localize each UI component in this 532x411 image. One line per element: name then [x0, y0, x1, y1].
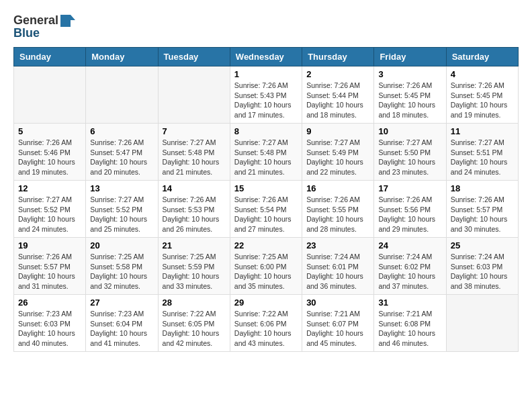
- day-cell-31: 31Sunrise: 7:21 AM Sunset: 6:08 PM Dayli…: [374, 295, 446, 352]
- day-info-14: Sunrise: 7:26 AM Sunset: 5:53 PM Dayligh…: [163, 195, 226, 234]
- empty-cell: [446, 295, 518, 352]
- day-number-29: 29: [234, 298, 298, 308]
- day-cell-6: 6Sunrise: 7:26 AM Sunset: 5:47 PM Daylig…: [86, 124, 158, 181]
- day-number-6: 6: [90, 126, 153, 136]
- day-number-30: 30: [306, 298, 369, 308]
- empty-cell: [14, 66, 86, 124]
- day-info-22: Sunrise: 7:25 AM Sunset: 6:00 PM Dayligh…: [234, 252, 298, 291]
- day-info-17: Sunrise: 7:26 AM Sunset: 5:56 PM Dayligh…: [378, 195, 441, 234]
- day-info-1: Sunrise: 7:26 AM Sunset: 5:43 PM Dayligh…: [234, 81, 298, 120]
- day-cell-27: 27Sunrise: 7:23 AM Sunset: 6:04 PM Dayli…: [86, 295, 158, 352]
- day-info-27: Sunrise: 7:23 AM Sunset: 6:04 PM Dayligh…: [90, 309, 153, 349]
- logo-blue-text: Blue: [13, 26, 40, 40]
- weekday-friday: Friday: [374, 48, 446, 66]
- day-number-25: 25: [451, 240, 514, 250]
- day-number-3: 3: [378, 69, 441, 79]
- page-header: General Blue: [13, 13, 519, 40]
- day-cell-19: 19Sunrise: 7:26 AM Sunset: 5:57 PM Dayli…: [14, 238, 86, 295]
- day-cell-13: 13Sunrise: 7:27 AM Sunset: 5:52 PM Dayli…: [86, 181, 158, 238]
- day-cell-4: 4Sunrise: 7:26 AM Sunset: 5:45 PM Daylig…: [446, 66, 518, 124]
- day-number-4: 4: [451, 69, 514, 79]
- day-cell-17: 17Sunrise: 7:26 AM Sunset: 5:56 PM Dayli…: [374, 181, 446, 238]
- day-cell-18: 18Sunrise: 7:26 AM Sunset: 5:57 PM Dayli…: [446, 181, 518, 238]
- empty-cell: [158, 66, 230, 124]
- day-number-21: 21: [163, 240, 226, 250]
- day-number-2: 2: [306, 69, 369, 79]
- logo: General Blue: [13, 13, 75, 40]
- day-info-12: Sunrise: 7:27 AM Sunset: 5:52 PM Dayligh…: [18, 195, 81, 234]
- day-number-13: 13: [90, 183, 153, 193]
- day-cell-26: 26Sunrise: 7:23 AM Sunset: 6:03 PM Dayli…: [14, 295, 86, 352]
- day-info-4: Sunrise: 7:26 AM Sunset: 5:45 PM Dayligh…: [451, 81, 514, 120]
- day-number-8: 8: [234, 126, 298, 136]
- day-info-16: Sunrise: 7:26 AM Sunset: 5:55 PM Dayligh…: [306, 195, 369, 234]
- day-number-12: 12: [18, 183, 81, 193]
- day-number-1: 1: [234, 69, 298, 79]
- day-info-9: Sunrise: 7:27 AM Sunset: 5:49 PM Dayligh…: [306, 138, 369, 177]
- day-info-13: Sunrise: 7:27 AM Sunset: 5:52 PM Dayligh…: [90, 195, 153, 234]
- day-cell-1: 1Sunrise: 7:26 AM Sunset: 5:43 PM Daylig…: [230, 66, 302, 124]
- day-number-10: 10: [378, 126, 441, 136]
- day-number-15: 15: [234, 183, 298, 193]
- day-number-7: 7: [163, 126, 226, 136]
- day-number-17: 17: [378, 183, 441, 193]
- day-cell-7: 7Sunrise: 7:27 AM Sunset: 5:48 PM Daylig…: [158, 124, 230, 181]
- day-number-19: 19: [18, 240, 81, 250]
- day-info-10: Sunrise: 7:27 AM Sunset: 5:50 PM Dayligh…: [378, 138, 441, 177]
- empty-cell: [86, 66, 158, 124]
- day-cell-20: 20Sunrise: 7:25 AM Sunset: 5:58 PM Dayli…: [86, 238, 158, 295]
- week-row-1: 1Sunrise: 7:26 AM Sunset: 5:43 PM Daylig…: [14, 66, 519, 124]
- day-number-9: 9: [306, 126, 369, 136]
- day-number-20: 20: [90, 240, 153, 250]
- day-cell-28: 28Sunrise: 7:22 AM Sunset: 6:05 PM Dayli…: [158, 295, 230, 352]
- day-number-18: 18: [451, 183, 514, 193]
- day-cell-2: 2Sunrise: 7:26 AM Sunset: 5:44 PM Daylig…: [302, 66, 374, 124]
- day-cell-21: 21Sunrise: 7:25 AM Sunset: 5:59 PM Dayli…: [158, 238, 230, 295]
- day-info-21: Sunrise: 7:25 AM Sunset: 5:59 PM Dayligh…: [163, 252, 226, 291]
- day-info-11: Sunrise: 7:27 AM Sunset: 5:51 PM Dayligh…: [451, 138, 514, 177]
- logo-general-text: General: [13, 13, 58, 28]
- week-row-5: 26Sunrise: 7:23 AM Sunset: 6:03 PM Dayli…: [14, 295, 519, 352]
- day-info-19: Sunrise: 7:26 AM Sunset: 5:57 PM Dayligh…: [18, 252, 81, 291]
- weekday-tuesday: Tuesday: [158, 48, 230, 66]
- weekday-monday: Monday: [86, 48, 158, 66]
- day-cell-30: 30Sunrise: 7:21 AM Sunset: 6:07 PM Dayli…: [302, 295, 374, 352]
- day-info-18: Sunrise: 7:26 AM Sunset: 5:57 PM Dayligh…: [451, 195, 514, 234]
- day-cell-24: 24Sunrise: 7:24 AM Sunset: 6:02 PM Dayli…: [374, 238, 446, 295]
- day-info-26: Sunrise: 7:23 AM Sunset: 6:03 PM Dayligh…: [18, 309, 81, 349]
- weekday-header-row: SundayMondayTuesdayWednesdayThursdayFrid…: [14, 48, 519, 66]
- day-number-14: 14: [163, 183, 226, 193]
- day-info-23: Sunrise: 7:24 AM Sunset: 6:01 PM Dayligh…: [306, 252, 369, 291]
- weekday-sunday: Sunday: [14, 48, 86, 66]
- day-cell-25: 25Sunrise: 7:24 AM Sunset: 6:03 PM Dayli…: [446, 238, 518, 295]
- day-number-16: 16: [306, 183, 369, 193]
- day-info-29: Sunrise: 7:22 AM Sunset: 6:06 PM Dayligh…: [234, 309, 298, 349]
- week-row-4: 19Sunrise: 7:26 AM Sunset: 5:57 PM Dayli…: [14, 238, 519, 295]
- day-number-31: 31: [378, 298, 441, 308]
- day-cell-22: 22Sunrise: 7:25 AM Sunset: 6:00 PM Dayli…: [230, 238, 302, 295]
- day-cell-16: 16Sunrise: 7:26 AM Sunset: 5:55 PM Dayli…: [302, 181, 374, 238]
- day-info-15: Sunrise: 7:26 AM Sunset: 5:54 PM Dayligh…: [234, 195, 298, 234]
- day-cell-15: 15Sunrise: 7:26 AM Sunset: 5:54 PM Dayli…: [230, 181, 302, 238]
- weekday-saturday: Saturday: [446, 48, 518, 66]
- day-info-31: Sunrise: 7:21 AM Sunset: 6:08 PM Dayligh…: [378, 309, 441, 349]
- svg-marker-0: [60, 15, 75, 27]
- day-info-6: Sunrise: 7:26 AM Sunset: 5:47 PM Dayligh…: [90, 138, 153, 177]
- day-number-24: 24: [378, 240, 441, 250]
- day-info-7: Sunrise: 7:27 AM Sunset: 5:48 PM Dayligh…: [163, 138, 226, 177]
- day-number-11: 11: [451, 126, 514, 136]
- day-number-22: 22: [234, 240, 298, 250]
- day-info-24: Sunrise: 7:24 AM Sunset: 6:02 PM Dayligh…: [378, 252, 441, 291]
- day-cell-12: 12Sunrise: 7:27 AM Sunset: 5:52 PM Dayli…: [14, 181, 86, 238]
- week-row-3: 12Sunrise: 7:27 AM Sunset: 5:52 PM Dayli…: [14, 181, 519, 238]
- day-number-28: 28: [163, 298, 226, 308]
- day-number-23: 23: [306, 240, 369, 250]
- day-cell-10: 10Sunrise: 7:27 AM Sunset: 5:50 PM Dayli…: [374, 124, 446, 181]
- day-info-3: Sunrise: 7:26 AM Sunset: 5:45 PM Dayligh…: [378, 81, 441, 120]
- week-row-2: 5Sunrise: 7:26 AM Sunset: 5:46 PM Daylig…: [14, 124, 519, 181]
- day-number-27: 27: [90, 298, 153, 308]
- day-cell-11: 11Sunrise: 7:27 AM Sunset: 5:51 PM Dayli…: [446, 124, 518, 181]
- day-number-5: 5: [18, 126, 81, 136]
- day-info-20: Sunrise: 7:25 AM Sunset: 5:58 PM Dayligh…: [90, 252, 153, 291]
- weekday-wednesday: Wednesday: [230, 48, 302, 66]
